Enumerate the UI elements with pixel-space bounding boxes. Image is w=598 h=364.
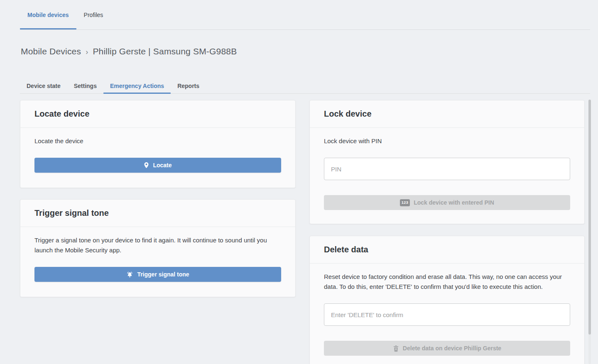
trigger-signal-tone-card: Trigger signal tone Trigger a signal ton… (20, 199, 296, 297)
breadcrumb-current-device: Phillip Gerste | Samsung SM-G988B (93, 46, 237, 56)
tab-settings[interactable]: Settings (67, 78, 103, 93)
trigger-signal-tone-card-body: Trigger a signal tone on your device to … (20, 227, 295, 282)
delete-data-title: Delete data (324, 245, 368, 254)
bell-ring-icon (126, 271, 133, 278)
locate-device-title: Locate device (34, 109, 89, 119)
breadcrumb-root[interactable]: Mobile Devices (21, 46, 81, 56)
delete-data-description: Reset device to factory condition and er… (324, 272, 570, 292)
locate-button-label: Locate (153, 162, 172, 169)
main-tab-bar: Mobile devices Profiles (20, 0, 590, 30)
trigger-signal-tone-description: Trigger a signal tone on your device to … (34, 235, 281, 255)
lock-device-button[interactable]: 123 Lock device with entered PIN (324, 195, 570, 210)
trash-x-icon (393, 345, 399, 352)
tab-settings-label: Settings (74, 83, 97, 89)
locate-device-card-header: Locate device (20, 100, 295, 128)
pin-input[interactable] (324, 158, 570, 180)
delete-confirm-input[interactable] (324, 303, 570, 326)
tab-device-state-label: Device state (27, 83, 61, 89)
device-tab-bar: Device state Settings Emergency Actions … (20, 78, 590, 94)
breadcrumb: Mobile Devices›Phillip Gerste | Samsung … (21, 46, 237, 56)
breadcrumb-separator-icon: › (86, 48, 88, 56)
delete-data-card-header: Delete data (310, 236, 584, 264)
tab-reports[interactable]: Reports (171, 78, 206, 93)
lock-device-card-body: Lock device with PIN 123 Lock device wit… (310, 128, 584, 210)
trigger-signal-tone-button[interactable]: Trigger signal tone (34, 267, 281, 282)
tab-mobile-devices-label: Mobile devices (27, 12, 69, 18)
trigger-signal-tone-title: Trigger signal tone (34, 208, 109, 218)
scrollbar-thumb[interactable] (588, 100, 591, 335)
tab-emergency-actions[interactable]: Emergency Actions (103, 78, 171, 93)
locate-device-card-body: Locate the device Locate (20, 128, 295, 173)
tab-profiles-label: Profiles (84, 12, 103, 18)
trigger-signal-tone-card-header: Trigger signal tone (20, 200, 295, 227)
scrollbar-track[interactable] (588, 100, 591, 364)
tab-reports-label: Reports (177, 83, 199, 89)
tab-emergency-actions-label: Emergency Actions (110, 83, 164, 89)
tab-device-state[interactable]: Device state (20, 78, 67, 93)
lock-device-button-label: Lock device with entered PIN (414, 199, 494, 206)
tab-profiles[interactable]: Profiles (76, 0, 111, 29)
delete-data-button-label: Delete data on device Phillip Gerste (403, 345, 501, 352)
lock-device-title: Lock device (324, 109, 372, 119)
delete-data-button[interactable]: Delete data on device Phillip Gerste (324, 341, 570, 356)
lock-device-card-header: Lock device (310, 100, 584, 128)
locate-button[interactable]: Locate (34, 158, 281, 173)
map-pin-icon (144, 162, 149, 169)
locate-device-description: Locate the device (34, 136, 281, 146)
delete-data-card-body: Reset device to factory condition and er… (310, 264, 584, 356)
trigger-signal-tone-button-label: Trigger signal tone (137, 271, 189, 278)
lock-device-card: Lock device Lock device with PIN 123 Loc… (309, 100, 585, 224)
lock-device-description: Lock device with PIN (324, 136, 570, 146)
tab-mobile-devices[interactable]: Mobile devices (20, 0, 76, 29)
numeric-keypad-icon: 123 (400, 199, 410, 206)
delete-data-card: Delete data Reset device to factory cond… (309, 236, 585, 364)
locate-device-card: Locate device Locate the device Locate (20, 100, 296, 188)
